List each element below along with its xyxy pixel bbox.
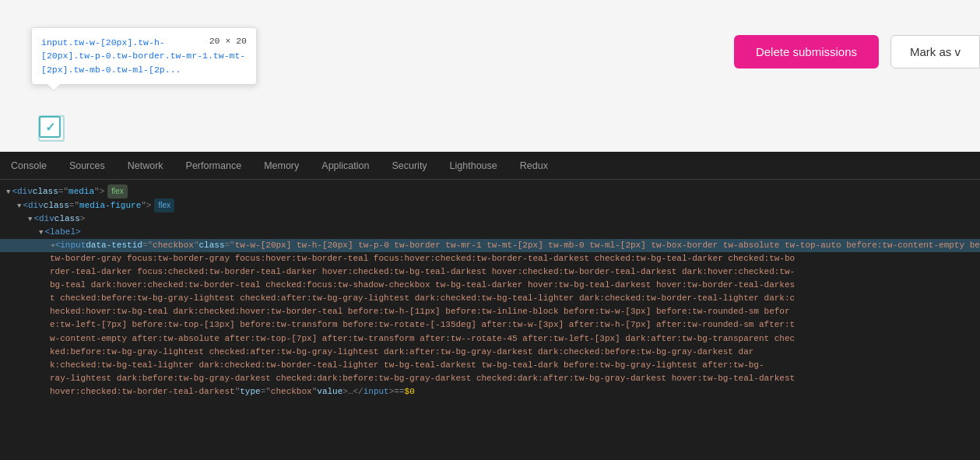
code-line: ▼ <div class >	[0, 212, 980, 226]
checkbox-outline	[38, 115, 65, 142]
code-line: bg-teal dark:hover:checked:tw-border-tea…	[0, 279, 980, 292]
code-line: rder-teal-darker focus:checked:tw-border…	[0, 265, 980, 279]
arrow-icon: ▼	[28, 215, 32, 226]
code-line: w-content-empty after:tw-absolute after:…	[0, 332, 980, 346]
arrow-icon: ▼	[17, 202, 21, 212]
tab-network[interactable]: Network	[117, 152, 175, 179]
arrow-icon: ▼	[6, 188, 10, 198]
tab-redux[interactable]: Redux	[509, 152, 560, 179]
tab-memory[interactable]: Memory	[253, 152, 311, 179]
devtools-tabs-bar: Console Sources Network Performance Memo…	[0, 152, 980, 180]
code-line-end: hover:checked:tw-border-teal-darkest " t…	[0, 385, 980, 399]
code-line-highlighted: ◂ <input data-testid="checkbox" class=" …	[0, 239, 980, 252]
code-line: t checked:before:tw-bg-gray-lightest che…	[0, 292, 980, 305]
delete-submissions-button[interactable]: Delete submissions	[734, 35, 879, 68]
tab-lighthouse[interactable]: Lighthouse	[439, 152, 509, 179]
code-line: tw-border-gray focus:tw-border-gray focu…	[0, 252, 980, 265]
tab-application[interactable]: Application	[311, 152, 381, 179]
action-buttons-container: Delete submissions Mark as v	[734, 35, 980, 68]
arrow-icon: ▼	[39, 228, 43, 239]
checkbox-element-highlight	[39, 116, 61, 138]
element-tooltip: 20 × 20 input.tw-w-[20px].tw-h-[20px].tw…	[31, 27, 257, 85]
tab-security[interactable]: Security	[381, 152, 438, 179]
code-line: ▼ <label>	[0, 226, 980, 239]
code-line: k:checked:tw-bg-teal-lighter dark:checke…	[0, 359, 980, 372]
code-line: hecked:hover:tw-bg-teal dark:checked:hov…	[0, 305, 980, 318]
tooltip-size: 20 × 20	[209, 36, 247, 46]
code-line: e:tw-left-[7px] before:tw-top-[13px] bef…	[0, 318, 980, 332]
webpage-preview: 20 × 20 input.tw-w-[20px].tw-h-[20px].tw…	[0, 0, 980, 152]
tab-sources[interactable]: Sources	[58, 152, 117, 179]
code-panel: ▼ <div class =" media "> flex ▼ <div cla…	[0, 180, 980, 460]
tab-performance[interactable]: Performance	[175, 152, 254, 179]
mark-as-button[interactable]: Mark as v	[890, 35, 980, 68]
code-line: ray-lightest dark:before:tw-bg-gray-dark…	[0, 372, 980, 385]
tab-console[interactable]: Console	[0, 152, 58, 179]
code-line: ▼ <div class =" media "> flex	[0, 184, 980, 198]
code-line: ked:before:tw-bg-gray-lightest checked:a…	[0, 346, 980, 359]
code-line: ▼ <div class =" media-figure "> flex	[0, 198, 980, 212]
checkbox-visual	[39, 116, 61, 138]
